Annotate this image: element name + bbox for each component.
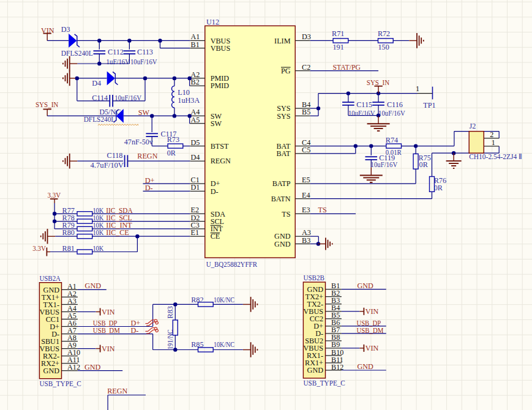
svg-text:C118: C118	[107, 151, 123, 160]
svg-text:47nF-50v: 47nF-50v	[124, 138, 154, 146]
svg-text:D1: D1	[191, 183, 200, 192]
svg-text:USB_TYPE_C: USB_TYPE_C	[303, 379, 345, 387]
svg-text:191/NC: 191/NC	[166, 329, 174, 349]
svg-text:C2: C2	[302, 63, 310, 72]
svg-text:E3: E3	[302, 206, 310, 214]
svg-text:R83: R83	[166, 306, 174, 318]
svg-text:VIN: VIN	[102, 345, 115, 353]
svg-text:R82: R82	[191, 296, 203, 304]
svg-text:U_BQ25882YFFR: U_BQ25882YFFR	[206, 260, 258, 269]
svg-text:C112: C112	[108, 48, 124, 56]
svg-text:GND: GND	[307, 366, 324, 375]
svg-text:A5: A5	[191, 116, 200, 124]
svg-text:BAT: BAT	[276, 149, 291, 158]
svg-text:10uF/16V: 10uF/16V	[114, 94, 141, 102]
svg-text:GND: GND	[84, 363, 101, 371]
svg-text:D3: D3	[302, 32, 311, 41]
svg-text:GND: GND	[357, 281, 373, 290]
svg-text:REGN: REGN	[107, 387, 127, 395]
svg-text:1uH3A: 1uH3A	[178, 96, 200, 105]
svg-text:B3: B3	[302, 236, 310, 245]
svg-text:0R: 0R	[434, 184, 443, 192]
svg-text:GND: GND	[274, 240, 291, 248]
svg-text:C114: C114	[92, 94, 108, 102]
svg-text:CH10-2.54-2ZJ4 Ⅱ: CH10-2.54-2ZJ4 Ⅱ	[469, 152, 522, 161]
svg-text:PG: PG	[281, 67, 291, 75]
svg-text:D-: D-	[130, 326, 138, 335]
svg-text:GND: GND	[43, 367, 60, 375]
svg-text:0R: 0R	[419, 160, 429, 169]
svg-text:E4: E4	[302, 191, 310, 199]
svg-text:STAT/PG: STAT/PG	[333, 63, 361, 72]
svg-text:VIN: VIN	[365, 307, 379, 316]
svg-text:SW: SW	[138, 108, 150, 117]
svg-text:SYS_IN: SYS_IN	[367, 78, 389, 87]
svg-text:DFLS240L: DFLS240L	[61, 49, 93, 58]
svg-text:SYS_IN: SYS_IN	[36, 100, 58, 109]
svg-text:USB2B: USB2B	[303, 274, 324, 282]
svg-text:USB_TYPE_C: USB_TYPE_C	[39, 379, 81, 388]
svg-text:B5: B5	[302, 108, 310, 116]
svg-text:10uF/16V: 10uF/16V	[371, 160, 398, 169]
svg-text:4.7uF/10V: 4.7uF/10V	[91, 161, 124, 170]
svg-text:TS: TS	[282, 210, 290, 218]
svg-text:D4: D4	[191, 153, 200, 162]
svg-text:REGN: REGN	[137, 152, 157, 160]
svg-text:USB_DM: USB_DM	[357, 326, 384, 335]
svg-text:1: 1	[492, 138, 495, 147]
svg-text:CE: CE	[211, 232, 220, 240]
svg-text:C5: C5	[302, 146, 310, 154]
svg-text:10K: 10K	[92, 228, 103, 237]
svg-text:R73: R73	[167, 135, 179, 144]
svg-text:3.3V: 3.3V	[32, 244, 46, 253]
svg-text:150: 150	[378, 43, 389, 51]
svg-text:B2: B2	[191, 78, 200, 86]
svg-text:D5: D5	[191, 138, 200, 147]
svg-text:TS: TS	[318, 206, 327, 214]
svg-text:BATP: BATP	[272, 179, 291, 188]
svg-text:D4: D4	[92, 79, 101, 88]
svg-text:DFLS240L: DFLS240L	[84, 115, 116, 124]
svg-text:10uF/16V: 10uF/16V	[348, 109, 375, 117]
svg-text:10uF/16V: 10uF/16V	[130, 58, 157, 66]
svg-text:1uF/16V: 1uF/16V	[107, 58, 130, 66]
svg-text:REGN: REGN	[211, 157, 231, 165]
svg-text:10K: 10K	[92, 244, 103, 253]
svg-text:1: 1	[416, 84, 419, 93]
svg-text:J2: J2	[470, 122, 476, 130]
svg-text:PMID: PMID	[211, 81, 230, 90]
svg-text:VBUS: VBUS	[211, 44, 231, 53]
svg-text:10uF/16V: 10uF/16V	[378, 109, 405, 117]
svg-text:BTST: BTST	[211, 142, 229, 151]
svg-text:191: 191	[333, 43, 344, 51]
svg-text:C116: C116	[387, 100, 403, 109]
svg-text:GND: GND	[357, 362, 373, 371]
svg-text:D-: D-	[211, 187, 219, 196]
svg-text:VIN: VIN	[365, 344, 379, 352]
svg-text:U12: U12	[206, 18, 219, 26]
svg-text:C113: C113	[137, 48, 153, 56]
svg-text:2: 2	[490, 130, 493, 139]
svg-text:D3: D3	[61, 25, 70, 34]
svg-text:R72: R72	[378, 29, 390, 38]
svg-text:VIN: VIN	[102, 308, 115, 316]
svg-text:C115: C115	[356, 100, 372, 109]
svg-text:TP1: TP1	[423, 101, 435, 110]
svg-text:R81: R81	[62, 244, 75, 253]
svg-text:GND: GND	[85, 281, 102, 290]
svg-text:E1: E1	[191, 228, 200, 237]
svg-text:IIC_CE: IIC_CE	[106, 228, 129, 237]
svg-text:ILIM: ILIM	[274, 37, 291, 45]
svg-text:BATN: BATN	[271, 195, 291, 203]
svg-text:D-: D-	[145, 184, 153, 192]
svg-text:3.3V: 3.3V	[48, 191, 61, 199]
svg-text:R74: R74	[386, 136, 398, 144]
svg-text:SW: SW	[211, 119, 222, 128]
svg-text:USB2A: USB2A	[39, 274, 61, 283]
svg-text:E5: E5	[302, 176, 310, 184]
svg-text:R85: R85	[191, 340, 203, 349]
svg-text:SYS: SYS	[277, 112, 291, 121]
svg-text:0R: 0R	[167, 149, 176, 157]
svg-text:10K/NC: 10K/NC	[214, 340, 234, 349]
svg-text:R80: R80	[62, 228, 75, 237]
